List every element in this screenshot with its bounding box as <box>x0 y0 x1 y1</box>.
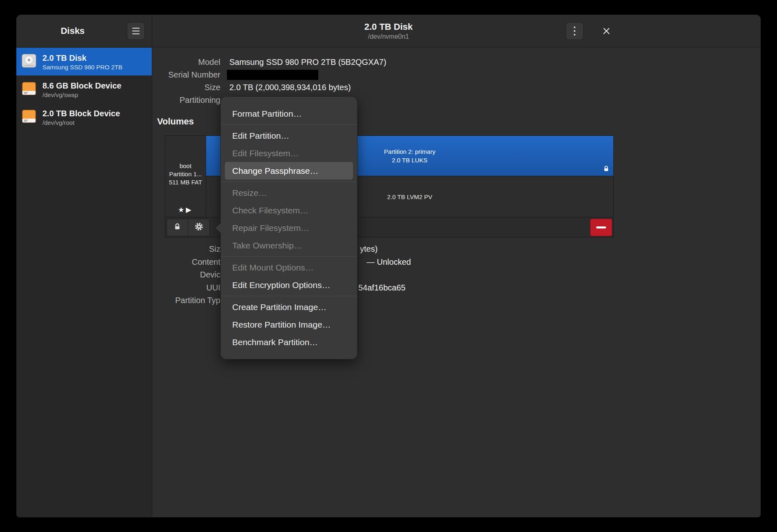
popover-arrow <box>215 223 221 233</box>
sidebar-item-swap[interactable]: 8.6 GB Block Device /dev/vg/swap <box>16 75 152 103</box>
volume-boot-partition[interactable]: boot Partition 1... 511 MB FAT ★▶ <box>165 136 206 217</box>
close-icon <box>602 27 611 35</box>
close-button[interactable] <box>597 22 615 40</box>
sidebar-item-sublabel: /dev/vg/root <box>42 119 120 126</box>
star-icon: ★ <box>178 206 186 214</box>
partition-uuid-value-fragment: 54af16bca65 <box>358 283 406 293</box>
block-device-icon <box>21 81 37 98</box>
serial-label: Serial Number <box>153 70 220 80</box>
partition-type-label: Partition Typ <box>153 296 220 305</box>
vertical-dots-icon <box>574 27 575 28</box>
serial-row: Serial Number <box>153 69 386 81</box>
model-value: Samsung SSD 980 PRO 2TB (5B2QGXA7) <box>229 58 386 67</box>
menu-item-create-partition-image[interactable]: Create Partition Image… <box>225 298 353 316</box>
window-title: 2.0 TB Disk <box>364 22 413 32</box>
partition-context-menu: Format Partition… Edit Partition… Edit F… <box>220 96 357 359</box>
size-label: Size <box>153 83 220 92</box>
menu-item-change-passphrase[interactable]: Change Passphrase… <box>225 162 353 180</box>
partition2-size: 2.0 TB LUKS <box>392 156 427 164</box>
boot-partition-name: boot <box>165 162 206 170</box>
partition-details: Siz ytes) Content — Unlocked Devic UUI 5… <box>153 243 220 307</box>
sidebar-item-sublabel: /dev/vg/swap <box>42 91 121 99</box>
app-title: Disks <box>61 26 85 36</box>
partition-uuid-label: UUI <box>153 283 220 293</box>
menu-item-resize: Resize… <box>225 184 353 202</box>
boot-partition-number: Partition 1... <box>165 170 206 178</box>
menu-separator <box>221 296 357 296</box>
volumes-heading: Volumes <box>157 116 194 127</box>
menu-item-edit-mount-options: Edit Mount Options… <box>225 259 353 276</box>
gear-icon <box>195 222 203 233</box>
lock-icon <box>174 223 181 232</box>
menu-item-format-partition[interactable]: Format Partition… <box>225 105 353 122</box>
window-subtitle: /dev/nvme0n1 <box>368 32 409 41</box>
sidebar-item-sublabel: Samsung SSD 980 PRO 2TB <box>42 63 122 71</box>
boot-partition-size: 511 MB FAT <box>165 178 206 186</box>
partition-contents-row: Content — Unlocked <box>153 256 220 269</box>
play-icon: ▶ <box>186 206 193 214</box>
minus-icon <box>596 226 606 228</box>
model-row: Model Samsung SSD 980 PRO 2TB (5B2QGXA7) <box>153 56 386 69</box>
partition-size-value-fragment: ytes) <box>360 244 377 254</box>
sidebar: 2.0 TB Disk Samsung SSD 980 PRO 2TB 8.6 … <box>16 48 152 517</box>
menu-item-take-ownership: Take Ownership… <box>225 237 353 254</box>
model-label: Model <box>153 58 220 67</box>
partition2-name: Partition 2: primary <box>384 147 435 156</box>
disks-window: Disks 2.0 TB Disk /dev/nvme0n1 <box>16 15 761 517</box>
partition-uuid-row: UUI 54af16bca65 <box>153 282 220 295</box>
hamburger-menu-button[interactable] <box>127 22 145 40</box>
menu-item-restore-partition-image[interactable]: Restore Partition Image… <box>225 316 353 333</box>
partition-size-row: Siz ytes) <box>153 243 220 256</box>
partition-type-row: Partition Typ <box>153 294 220 307</box>
sidebar-item-label: 2.0 TB Disk <box>42 53 122 63</box>
menu-item-benchmark-partition[interactable]: Benchmark Partition… <box>225 333 353 351</box>
menu-separator <box>221 182 357 182</box>
partition-contents-value-fragment: — Unlocked <box>366 257 411 267</box>
size-value: 2.0 TB (2,000,398,934,016 bytes) <box>229 83 351 92</box>
sidebar-item-label: 2.0 TB Block Device <box>42 108 120 119</box>
menu-item-edit-filesystem: Edit Filesystem… <box>225 144 353 162</box>
lvm-label: 2.0 TB LVM2 PV <box>387 193 432 200</box>
partition-options-button[interactable] <box>188 219 210 236</box>
menu-item-repair-filesystem: Repair Filesystem… <box>225 219 353 237</box>
hamburger-icon <box>132 28 140 29</box>
partition-device-row: Devic <box>153 268 220 282</box>
disk-icon <box>21 53 37 70</box>
window-menu-button[interactable] <box>566 22 584 40</box>
menu-separator <box>221 124 357 125</box>
sidebar-header: Disks <box>16 15 152 47</box>
sidebar-item-root[interactable]: 2.0 TB Block Device /dev/vg/root <box>16 103 152 131</box>
menu-separator <box>221 256 357 257</box>
sidebar-item-nvme-disk[interactable]: 2.0 TB Disk Samsung SSD 980 PRO 2TB <box>16 48 152 75</box>
partition-size-label: Siz <box>153 244 220 254</box>
lock-icon <box>603 166 609 173</box>
lock-unlock-button[interactable] <box>166 219 188 236</box>
menu-item-check-filesystem: Check Filesystem… <box>225 202 353 219</box>
size-row: Size 2.0 TB (2,000,398,934,016 bytes) <box>153 81 386 94</box>
delete-partition-button[interactable] <box>590 219 612 236</box>
partition-contents-label: Content <box>153 257 220 267</box>
menu-item-edit-partition[interactable]: Edit Partition… <box>225 127 353 144</box>
menu-item-edit-encryption-options[interactable]: Edit Encryption Options… <box>225 276 353 294</box>
block-device-icon <box>21 109 37 126</box>
sidebar-item-label: 8.6 GB Block Device <box>42 80 121 91</box>
titlebar: Disks 2.0 TB Disk /dev/nvme0n1 <box>16 15 761 47</box>
serial-number-redaction <box>227 70 318 80</box>
partitioning-label: Partitioning <box>153 95 220 105</box>
partition-device-label: Devic <box>153 270 220 279</box>
